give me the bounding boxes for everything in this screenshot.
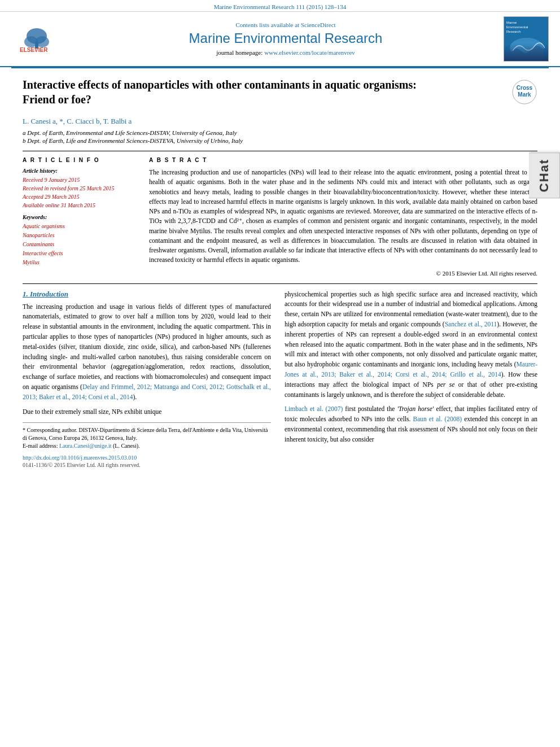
affiliation-b: b Dept. of Earth, Life and Environmental… xyxy=(23,137,537,144)
authors: L. Canesi a, *, C. Ciacci b, T. Balbi a xyxy=(23,117,537,126)
intro-heading: 1. Introduction xyxy=(23,290,271,299)
body-left: 1. Introduction The increasing productio… xyxy=(23,290,271,469)
journal-reference: Marine Environmental Research 111 (2015)… xyxy=(0,0,560,12)
homepage-link[interactable]: journal homepage: www.elsevier.com/locat… xyxy=(90,49,481,57)
affiliations: a Dept. of Earth, Environmental and Life… xyxy=(23,129,537,144)
intro-para1: The increasing production and usage in v… xyxy=(23,302,271,403)
article-dates: Received 9 January 2015 Received in revi… xyxy=(23,176,135,209)
svg-text:ELSEVIER: ELSEVIER xyxy=(20,47,48,53)
journal-title-block: Contents lists available at ScienceDirec… xyxy=(79,21,492,57)
body-divider xyxy=(23,283,537,284)
journal-name: Marine Environmental Research xyxy=(90,30,481,46)
article-title: Interactive effects of nanoparticles wit… xyxy=(23,77,418,107)
title-row: Interactive effects of nanoparticles wit… xyxy=(23,77,537,112)
svg-point-10 xyxy=(510,38,544,58)
history-label: Article history: xyxy=(23,168,135,174)
keywords-label: Keywords: xyxy=(23,214,135,220)
affiliation-a: a Dept. of Earth, Environmental and Life… xyxy=(23,129,537,136)
elsevier-logo-icon: ELSEVIER xyxy=(20,25,71,53)
chat-widget[interactable]: CHat xyxy=(529,152,560,198)
publisher-logo: ELSEVIER xyxy=(11,25,79,53)
abstract-heading: A B S T R A C T xyxy=(149,157,537,163)
svg-text:Marine: Marine xyxy=(506,21,517,24)
abstract-panel: A B S T R A C T The increasing productio… xyxy=(149,157,537,277)
right-para1: physicochemical properties such as high … xyxy=(285,290,537,400)
svg-text:Cross: Cross xyxy=(517,85,533,91)
body-right: physicochemical properties such as high … xyxy=(285,290,537,469)
sciencedirect-link[interactable]: Contents lists available at ScienceDirec… xyxy=(90,21,481,28)
abstract-text: The increasing production and use of nan… xyxy=(149,168,537,265)
footnote-section: * Corresponding author. DISTAV-Dipartime… xyxy=(23,422,271,450)
article-main: Interactive effects of nanoparticles wit… xyxy=(0,68,560,474)
svg-text:Research: Research xyxy=(506,30,521,33)
footnote-text: * Corresponding author. DISTAV-Dipartime… xyxy=(23,426,271,450)
doi-link[interactable]: http://dx.doi.org/10.1016/j.marenvres.20… xyxy=(23,455,271,461)
article-info-panel: A R T I C L E I N F O Article history: R… xyxy=(23,157,135,277)
svg-text:Environmental: Environmental xyxy=(506,25,528,29)
right-para2: Limbach et al. (2007) first postulated t… xyxy=(285,404,537,444)
svg-text:Mark: Mark xyxy=(518,91,531,98)
cover-thumbnail: Marine Environmental Research xyxy=(504,16,549,62)
journal-header: ELSEVIER Contents lists available at Sci… xyxy=(0,12,560,67)
keywords-list: Aquatic organisms Nanoparticles Contamin… xyxy=(23,222,135,267)
footnote-email[interactable]: Laura.Canesi@unige.it xyxy=(59,443,112,449)
article-info-heading: A R T I C L E I N F O xyxy=(23,157,135,163)
bottom-copyright: 0141-1136/© 2015 Elsevier Ltd. All right… xyxy=(23,462,271,468)
info-abstract-section: A R T I C L E I N F O Article history: R… xyxy=(23,151,537,277)
body-content: 1. Introduction The increasing productio… xyxy=(23,290,537,469)
journal-cover-image: Marine Environmental Research xyxy=(492,16,549,62)
intro-para2: Due to their extremely small size, NPs e… xyxy=(23,407,271,417)
crossmark-badge[interactable]: Cross Mark xyxy=(512,80,537,105)
copyright-line: © 2015 Elsevier Ltd. All rights reserved… xyxy=(149,270,537,277)
